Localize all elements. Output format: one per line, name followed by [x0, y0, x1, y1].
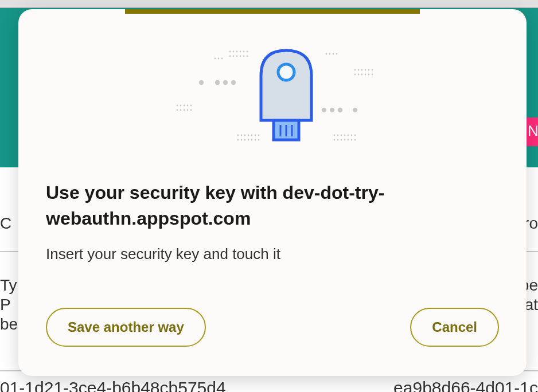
svg-point-61: [338, 108, 342, 112]
svg-point-34: [255, 135, 256, 136]
bg-text-fragment: at: [525, 296, 538, 314]
svg-point-65: [341, 135, 342, 136]
svg-point-19: [177, 105, 178, 107]
svg-point-49: [361, 69, 363, 71]
bg-text-fragment: P: [0, 296, 11, 314]
dialog-title: Use your security key with dev-dot-try-w…: [46, 180, 499, 232]
dialog-content: Use your security key with dev-dot-try-w…: [18, 180, 527, 263]
svg-point-68: [351, 135, 353, 136]
svg-point-51: [368, 69, 370, 71]
partial-button-background: N: [527, 117, 538, 146]
svg-point-69: [354, 135, 356, 136]
svg-point-62: [353, 108, 357, 112]
svg-point-10: [233, 56, 235, 57]
svg-point-76: [354, 139, 356, 141]
svg-point-63: [334, 135, 336, 136]
security-key-illustration: [18, 14, 527, 180]
svg-point-26: [184, 109, 185, 111]
svg-point-45: [333, 53, 334, 55]
svg-point-53: [354, 74, 356, 76]
svg-point-29: [237, 135, 239, 136]
svg-point-14: [247, 56, 248, 57]
svg-point-52: [372, 69, 373, 71]
bg-text-fragment: C: [0, 214, 11, 233]
bg-credential-id-left: 01-1d21-3ce4-b6b48cb575d4: [0, 378, 226, 392]
svg-point-54: [358, 74, 360, 76]
progress-bar: [125, 9, 420, 14]
svg-point-23: [190, 105, 192, 107]
svg-point-28: [190, 109, 192, 111]
svg-point-17: [223, 80, 228, 85]
svg-point-58: [372, 74, 373, 76]
svg-point-66: [344, 135, 346, 136]
svg-point-33: [251, 135, 253, 136]
svg-point-43: [326, 53, 328, 55]
svg-point-4: [233, 51, 235, 53]
svg-point-3: [229, 51, 231, 53]
svg-point-7: [243, 51, 245, 53]
svg-point-30: [241, 135, 243, 136]
svg-point-36: [237, 139, 239, 141]
bg-credential-id-right: ea9b8d66-4d01-1c: [393, 378, 538, 392]
svg-point-25: [180, 109, 182, 111]
svg-point-50: [365, 69, 367, 71]
svg-point-67: [348, 135, 349, 136]
svg-point-9: [229, 56, 231, 57]
svg-point-73: [344, 139, 346, 141]
svg-point-18: [231, 80, 236, 85]
svg-point-71: [337, 139, 339, 141]
svg-point-35: [258, 135, 260, 136]
dialog-subtitle: Insert your security key and touch it: [46, 245, 499, 263]
svg-point-5: [236, 51, 238, 53]
svg-point-48: [358, 69, 360, 71]
svg-point-2: [221, 58, 223, 60]
svg-point-15: [199, 80, 204, 85]
svg-point-64: [337, 135, 339, 136]
svg-point-27: [187, 109, 189, 111]
svg-point-31: [244, 135, 246, 136]
svg-point-12: [240, 56, 241, 57]
svg-point-41: [255, 139, 256, 141]
bg-text-fragment: be: [0, 315, 18, 334]
svg-point-59: [322, 108, 326, 112]
svg-point-60: [330, 108, 334, 112]
browser-chrome-strip: [0, 0, 538, 8]
svg-point-55: [361, 74, 363, 76]
svg-point-6: [240, 51, 241, 53]
svg-point-42: [258, 139, 260, 141]
svg-point-8: [247, 51, 248, 53]
svg-point-11: [236, 56, 238, 57]
svg-point-24: [177, 109, 178, 111]
save-another-way-button[interactable]: Save another way: [46, 308, 206, 347]
svg-point-75: [351, 139, 353, 141]
svg-point-57: [368, 74, 370, 76]
svg-point-20: [180, 105, 182, 107]
svg-point-1: [218, 58, 220, 60]
svg-point-74: [348, 139, 349, 141]
svg-point-46: [336, 53, 338, 55]
dialog-button-row: Save another way Cancel: [18, 280, 527, 370]
svg-point-38: [244, 139, 246, 141]
svg-point-40: [251, 139, 253, 141]
usb-key-icon: [123, 42, 422, 157]
svg-point-0: [215, 58, 216, 60]
svg-point-16: [215, 80, 220, 85]
svg-point-44: [329, 53, 331, 55]
svg-point-70: [334, 139, 336, 141]
svg-point-56: [365, 74, 367, 76]
cancel-button[interactable]: Cancel: [410, 308, 499, 347]
bg-text-fragment: Ty: [0, 276, 17, 295]
svg-point-22: [187, 105, 189, 107]
svg-point-37: [241, 139, 243, 141]
security-key-dialog: Use your security key with dev-dot-try-w…: [18, 9, 527, 376]
svg-point-21: [184, 105, 185, 107]
svg-point-39: [248, 139, 249, 141]
svg-point-47: [354, 69, 356, 71]
svg-point-77: [278, 64, 294, 80]
svg-point-32: [248, 135, 249, 136]
svg-point-13: [243, 56, 245, 57]
svg-point-72: [341, 139, 342, 141]
